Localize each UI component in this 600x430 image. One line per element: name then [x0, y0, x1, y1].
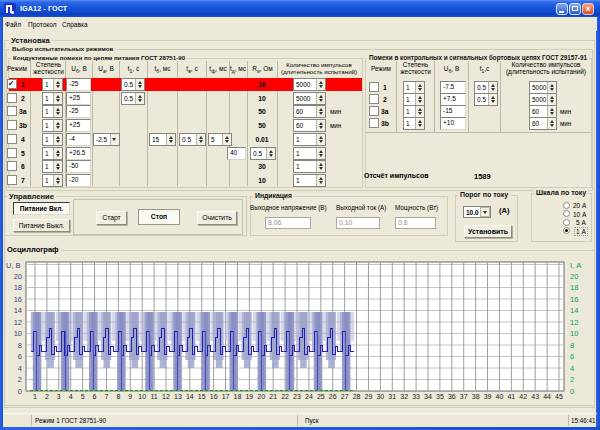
- svg-text:5: 5: [81, 393, 85, 400]
- svg-text:16: 16: [570, 295, 578, 304]
- svg-text:33: 33: [412, 393, 420, 400]
- svg-text:4: 4: [570, 364, 574, 373]
- svg-text:20: 20: [14, 272, 22, 281]
- svg-text:21: 21: [269, 393, 277, 400]
- svg-text:14: 14: [570, 306, 578, 315]
- svg-text:7: 7: [105, 393, 109, 400]
- svg-text:18: 18: [570, 283, 578, 292]
- svg-text:10: 10: [570, 329, 578, 338]
- svg-text:6: 6: [570, 352, 574, 361]
- svg-text:12: 12: [14, 318, 22, 327]
- svg-text:24: 24: [305, 393, 313, 400]
- svg-text:43: 43: [531, 393, 539, 400]
- svg-text:20: 20: [570, 272, 578, 281]
- svg-text:16: 16: [210, 393, 218, 400]
- svg-text:16: 16: [14, 295, 22, 304]
- svg-text:29: 29: [365, 393, 373, 400]
- svg-text:6: 6: [93, 393, 97, 400]
- svg-text:2: 2: [18, 375, 22, 384]
- svg-text:8: 8: [18, 341, 22, 350]
- svg-text:14: 14: [186, 393, 194, 400]
- svg-text:3: 3: [57, 393, 61, 400]
- svg-text:8: 8: [570, 341, 574, 350]
- svg-text:6: 6: [18, 352, 22, 361]
- svg-text:2: 2: [570, 375, 574, 384]
- svg-text:8: 8: [116, 393, 120, 400]
- svg-text:I, А: I, А: [570, 261, 581, 270]
- svg-text:22: 22: [281, 393, 289, 400]
- svg-text:15: 15: [198, 393, 206, 400]
- svg-text:0: 0: [18, 387, 22, 396]
- svg-text:28: 28: [353, 393, 361, 400]
- svg-text:11: 11: [150, 393, 157, 400]
- svg-text:40: 40: [496, 393, 504, 400]
- svg-text:18: 18: [14, 283, 22, 292]
- svg-text:20: 20: [257, 393, 265, 400]
- svg-text:17: 17: [222, 393, 230, 400]
- svg-text:13: 13: [174, 393, 182, 400]
- svg-text:41: 41: [507, 393, 515, 400]
- svg-text:37: 37: [460, 393, 468, 400]
- svg-text:39: 39: [484, 393, 492, 400]
- svg-text:30: 30: [376, 393, 384, 400]
- svg-text:10: 10: [138, 393, 146, 400]
- svg-text:12: 12: [570, 318, 578, 327]
- svg-text:19: 19: [245, 393, 253, 400]
- svg-text:1: 1: [33, 393, 37, 400]
- svg-text:35: 35: [436, 393, 444, 400]
- svg-text:23: 23: [293, 393, 301, 400]
- svg-text:14: 14: [14, 306, 22, 315]
- svg-text:4: 4: [18, 364, 22, 373]
- svg-text:10: 10: [14, 329, 22, 338]
- svg-text:27: 27: [341, 393, 349, 400]
- svg-text:32: 32: [400, 393, 408, 400]
- svg-text:45: 45: [555, 393, 563, 400]
- svg-text:U, В: U, В: [6, 261, 21, 270]
- svg-text:12: 12: [162, 393, 170, 400]
- svg-text:36: 36: [448, 393, 456, 400]
- svg-text:25: 25: [317, 393, 325, 400]
- svg-text:0: 0: [570, 387, 574, 396]
- svg-text:42: 42: [519, 393, 527, 400]
- svg-text:44: 44: [543, 393, 551, 400]
- svg-text:4: 4: [69, 393, 73, 400]
- svg-text:38: 38: [472, 393, 480, 400]
- svg-text:26: 26: [329, 393, 337, 400]
- svg-text:31: 31: [388, 393, 396, 400]
- svg-text:9: 9: [128, 393, 132, 400]
- svg-text:34: 34: [424, 393, 432, 400]
- svg-text:2: 2: [45, 393, 49, 400]
- svg-text:18: 18: [234, 393, 242, 400]
